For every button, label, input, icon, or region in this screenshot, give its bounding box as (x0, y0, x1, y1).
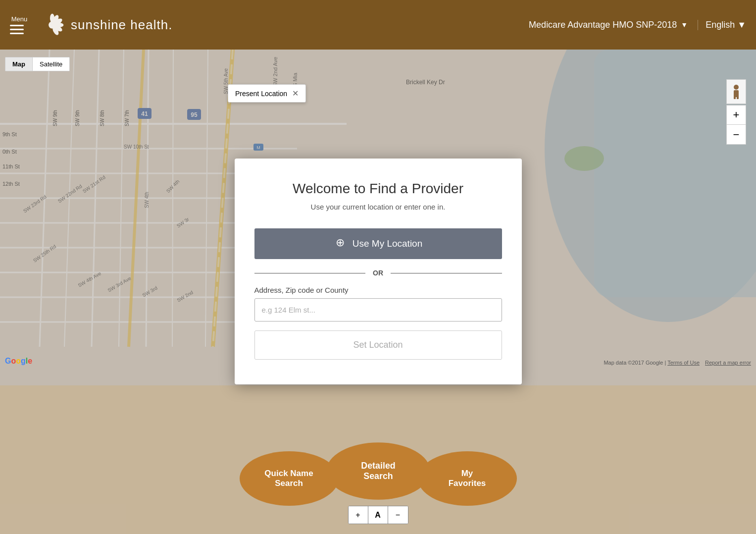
welcome-modal: Welcome to Find a Provider Use your curr… (235, 159, 522, 384)
menu-label: Menu (11, 15, 28, 23)
present-location-label: Present Location (235, 90, 287, 98)
location-crosshair-icon (334, 237, 347, 250)
font-increase-button[interactable]: + (349, 506, 368, 524)
language-label: English (706, 20, 735, 30)
svg-rect-61 (737, 96, 739, 99)
address-label: Address, Zip code or County (254, 286, 502, 294)
present-location-popup: Present Location ✕ (228, 84, 306, 103)
font-decrease-button[interactable]: − (388, 506, 408, 524)
google-logo: Google (5, 357, 32, 366)
terms-of-use-link[interactable]: Terms of Use (667, 360, 700, 366)
detailed-search-label2: Search (363, 471, 393, 481)
pegman-button[interactable] (726, 79, 746, 104)
bottom-toolbar: Quick Name Search Detailed Search My Fav… (0, 385, 756, 534)
address-input[interactable] (254, 298, 502, 321)
my-favorites-button[interactable]: My Favorites (418, 451, 517, 506)
map-type-map-button[interactable]: Map (5, 57, 33, 71)
font-normal-button[interactable]: A (368, 506, 388, 524)
zoom-controls: + − (726, 79, 746, 145)
or-label: OR (373, 269, 383, 277)
quick-name-search-label: Quick Name (264, 469, 313, 479)
modal-subtitle: Use your current location or enter one i… (254, 203, 502, 211)
google-attribution: Google (5, 357, 32, 366)
logo-flower-icon (39, 11, 66, 39)
plan-selector[interactable]: Medicare Advantage HMO SNP-2018 ▼ (529, 20, 688, 30)
menu-button[interactable] (10, 25, 24, 34)
search-buttons: Quick Name Search Detailed Search My Fav… (245, 444, 512, 498)
map-data-label: Map data ©2017 Google (604, 360, 663, 366)
present-location-close-icon[interactable]: ✕ (292, 89, 299, 98)
svg-point-58 (734, 85, 739, 90)
quick-name-search-button[interactable]: Quick Name Search (240, 451, 339, 506)
or-divider: OR (254, 269, 502, 277)
plan-chevron-icon: ▼ (681, 21, 688, 29)
header-right: Medicare Advantage HMO SNP-2018 ▼ Englis… (529, 20, 746, 30)
language-selector[interactable]: English ▼ (698, 20, 746, 30)
svg-point-6 (49, 21, 56, 29)
set-location-label: Set Location (353, 340, 403, 350)
my-favorites-label: My (461, 469, 473, 479)
pegman-icon (731, 84, 742, 99)
detailed-search-button[interactable]: Detailed Search (326, 442, 430, 500)
logo-text: sunshine health. (71, 17, 172, 33)
zoom-in-button[interactable]: + (726, 105, 746, 125)
or-line-right (391, 273, 502, 273)
map-terms: Map data ©2017 Google | Terms of Use Rep… (604, 360, 751, 366)
use-my-location-label: Use My Location (353, 238, 423, 249)
map-type-satellite-button[interactable]: Satellite (33, 57, 69, 71)
my-favorites-label2: Favorites (449, 479, 486, 488)
map-type-buttons: Map Satellite (5, 57, 70, 71)
modal-title: Welcome to Find a Provider (254, 181, 502, 197)
quick-name-search-label2: Search (275, 479, 303, 488)
zoom-out-button[interactable]: − (726, 125, 746, 145)
svg-rect-59 (734, 90, 739, 97)
header-left: Menu sunshine health. (10, 11, 172, 39)
detailed-search-label: Detailed (361, 461, 395, 471)
font-size-controls: + A − (348, 506, 408, 524)
use-my-location-button[interactable]: Use My Location (254, 228, 502, 259)
set-location-button[interactable]: Set Location (254, 330, 502, 360)
report-error-link[interactable]: Report a map error (705, 360, 751, 366)
svg-rect-60 (734, 96, 736, 99)
header: Menu sunshine health. M (0, 0, 756, 50)
logo-area: sunshine health. (39, 11, 172, 39)
language-chevron-icon: ▼ (737, 20, 746, 30)
or-line-left (254, 273, 366, 273)
plan-label: Medicare Advantage HMO SNP-2018 (529, 20, 677, 30)
